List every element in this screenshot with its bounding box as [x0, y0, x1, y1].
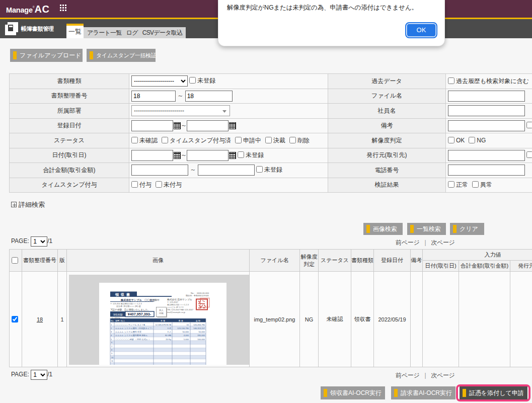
svg-text:mail@example.co.jp: mail@example.co.jp: [167, 311, 186, 313]
svg-text:146,313,157: 146,313,157: [193, 327, 205, 329]
svg-text:120,456,790: 120,456,790: [193, 323, 205, 326]
svg-text:11: 11: [111, 360, 113, 362]
svg-text:数 量: 数 量: [179, 319, 183, 321]
svg-text:領収書: 領収書: [115, 292, 132, 296]
svg-text:株式会社 日本サンプル: 株式会社 日本サンプル: [167, 298, 192, 300]
svg-text:9: 9: [111, 353, 112, 355]
svg-text:80 0時: 80 0時: [165, 334, 171, 337]
svg-text:3 式: 3 式: [167, 327, 171, 329]
svg-text:4,000: 4,000: [184, 334, 189, 337]
svg-text:8: 8: [111, 349, 112, 351]
svg-text:印紙: 印紙: [159, 311, 164, 314]
svg-text:担当者: 伊分類:ムム (回) 様: 担当者: 伊分類:ムム (回) 様: [116, 304, 140, 307]
svg-text:10: 10: [111, 356, 113, 358]
svg-text:50,000: 50,000: [182, 331, 189, 333]
svg-text:123,134,790: 123,134,790: [177, 327, 189, 329]
svg-text:No.: No.: [111, 319, 114, 321]
svg-text:12,345,678,90 個: 12,345,678,90 個: [156, 323, 171, 326]
svg-text:¥407,957,393-: ¥407,957,393-: [128, 312, 151, 316]
svg-text:領収金額: 領収金額: [113, 312, 122, 316]
svg-text:6: 6: [111, 342, 112, 344]
svg-text:7: 7: [111, 345, 112, 347]
svg-text:330,000: 330,000: [197, 334, 205, 337]
svg-text:5,000: 5,000: [184, 338, 189, 340]
svg-text:3 人: 3 人: [167, 331, 171, 333]
svg-text:株式会社サンプル 〇〇会社: 株式会社サンプル 〇〇会社: [120, 298, 155, 301]
svg-text:収入: 収入: [159, 308, 164, 311]
svg-text:金 額: 金 額: [195, 319, 200, 321]
svg-text:単 価: 単 価: [161, 319, 165, 321]
svg-text:摘要 / 名入: 摘要 / 名入: [115, 319, 125, 321]
svg-text:20 Kg: 20 Kg: [166, 338, 171, 340]
svg-text:100,000: 100,000: [197, 338, 205, 340]
svg-text:10: 10: [186, 323, 189, 326]
svg-text:〇〇〇〇〇〇 サンプル タイプA: 〇〇〇〇〇〇 サンプル タイプA: [115, 323, 145, 326]
svg-text:50,000: 50,000: [198, 331, 205, 333]
svg-text:御中: 御中: [155, 299, 160, 301]
